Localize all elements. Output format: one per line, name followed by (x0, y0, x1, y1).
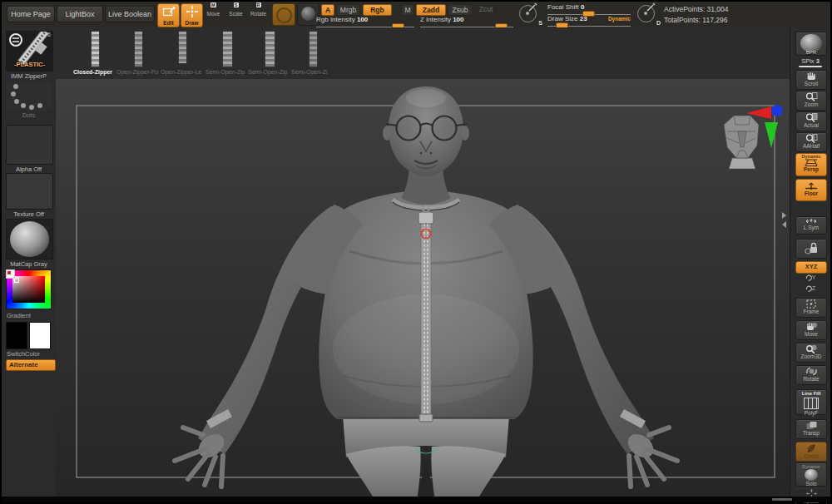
rgb-intensity-value: 100 (357, 16, 368, 23)
zipper-thumb-icon (134, 31, 143, 67)
model-3d[interactable] (175, 86, 677, 497)
current-brush-tile[interactable]: 6 -PLASTIC- IMM ZipperP (6, 31, 52, 80)
stroke-pen-icon (527, 2, 537, 12)
switch-color-swatches (6, 322, 52, 348)
zadd-button[interactable]: Zadd (416, 4, 446, 16)
xyz-rotation-button[interactable]: XYZ (795, 261, 827, 274)
zoom3d-button[interactable]: Zoom3D (795, 343, 827, 363)
document-canvas[interactable]: Closed-Zipper Open-Zipper-Pu Open-Zipper… (56, 27, 790, 497)
persp-button[interactable]: Dynamic Persp (795, 153, 827, 176)
rgb-intensity-slider[interactable]: Rgb Intensity 100 (316, 16, 414, 27)
horizontal-scrollbar-thumb[interactable] (772, 498, 792, 501)
floor-button[interactable]: Floor (795, 179, 827, 201)
transp-button[interactable]: Transp (795, 419, 827, 439)
zoom-button[interactable]: Zoom (795, 91, 827, 111)
brush-pen-icon (646, 2, 656, 12)
left-tray: 6 -PLASTIC- IMM ZipperP Dots Alpha Off T… (2, 27, 57, 497)
z-intensity-slider[interactable]: Z Intensity 100 (420, 16, 513, 27)
zsub-button[interactable]: Zsub (448, 4, 473, 16)
brush-variant-semi-open-3[interactable]: Semi-Open-Zi (291, 29, 334, 77)
brush-variant-open-zipper-pu[interactable]: Open-Zipper-Pu (116, 29, 160, 77)
material-tile[interactable]: MatCap Gray (6, 219, 52, 268)
matcap-sphere-icon (10, 221, 49, 257)
zcut-button[interactable]: Zcut (475, 4, 497, 14)
z-rotation-button[interactable]: Z (802, 285, 819, 294)
stroke-tile[interactable]: Dots (6, 82, 52, 119)
hue-ring[interactable] (6, 269, 52, 309)
top-toolbar: Home Page LightBox Live Boolean Edit Dra… (2, 2, 830, 28)
main-color-swatch[interactable] (6, 322, 27, 349)
scroll-button[interactable]: Scroll (795, 70, 827, 90)
color-picker[interactable] (6, 269, 52, 309)
m-button[interactable]: M (401, 4, 414, 16)
rotate-button[interactable]: R Rotate (249, 4, 268, 25)
gyro-button[interactable] (272, 3, 295, 26)
draw-size-label: Draw Size (547, 15, 577, 22)
zipper-thumb-icon (178, 31, 187, 64)
actual-button[interactable]: Actual (795, 111, 827, 131)
magnifier-icon (805, 92, 818, 101)
edit-button[interactable]: Edit (157, 3, 180, 27)
brush-variant-strip: Closed-Zipper Open-Zipper-Pu Open-Zipper… (56, 27, 790, 79)
material-sphere-icon (301, 7, 315, 21)
spix-slider[interactable]: SPix 3 (794, 57, 827, 68)
viewport-3d[interactable] (56, 79, 790, 497)
active-points-readout: ActivePoints: 31,004 (664, 5, 729, 13)
live-boolean-button[interactable]: Live Boolean (105, 6, 155, 22)
model-left-leg (346, 446, 421, 497)
focal-shift-label: Focal Shift (547, 3, 579, 11)
stroke-selector-button[interactable]: S (518, 3, 542, 26)
aahalf-button[interactable]: AAHalf (795, 132, 827, 152)
secondary-color-swatch[interactable] (29, 322, 51, 349)
move-icon: M (213, 3, 215, 11)
tool-preview-head-icon (724, 116, 759, 169)
brush-variant-semi-open-1[interactable]: Semi-Open-Zip (206, 29, 249, 77)
saturation-value-box[interactable] (12, 276, 45, 303)
polyframe-grid-icon (804, 398, 819, 409)
right-tray-divider-handle[interactable] (782, 212, 787, 230)
magnifier-half-icon (805, 134, 818, 143)
lsym-icon (804, 218, 819, 225)
brush-variant-closed-zipper[interactable]: Closed-Zipper (73, 29, 116, 77)
move-3d-button[interactable]: Move (795, 320, 827, 340)
brush-selector-button[interactable]: D (636, 3, 661, 26)
rgb-button[interactable]: Rgb (363, 4, 392, 16)
bottom-bar (2, 497, 830, 502)
persp-grid-icon (805, 159, 818, 166)
focal-shift-slider[interactable]: Focal Shift 0 (547, 3, 631, 14)
lightbox-button[interactable]: LightBox (57, 6, 103, 22)
frame-button[interactable]: Frame (795, 298, 827, 318)
ghost-button[interactable]: Ghost (795, 442, 827, 462)
draw-icon (181, 6, 202, 17)
rotate-icon: R (258, 3, 260, 11)
draw-size-slider[interactable]: Draw Size 23 Dynamic (547, 15, 631, 26)
draw-button[interactable]: Draw (181, 3, 203, 27)
polyframe-button[interactable]: Line Fill PolyF (795, 389, 827, 415)
texture-tile[interactable]: Texture Off (6, 173, 52, 218)
alternate-button[interactable]: Alternate (6, 359, 56, 371)
brush-tile-label: IMM ZipperP (6, 72, 52, 80)
scale-button[interactable]: S Scale (226, 4, 245, 25)
y-rotation-button[interactable]: Y (802, 274, 819, 284)
mrgb-button[interactable]: Mrgb (336, 4, 360, 16)
z-intensity-value: 100 (453, 16, 463, 23)
a-mode-button[interactable]: A (321, 4, 334, 16)
brush-variant-semi-open-2[interactable]: Semi-Open-Zip (248, 29, 291, 77)
rotate-arc-icon (805, 285, 812, 292)
hand-icon (805, 72, 817, 81)
alpha-tile[interactable]: Alpha Off (6, 125, 52, 173)
rotate-3d-button[interactable]: Rotate (795, 365, 827, 385)
floor-icon (805, 181, 818, 190)
edit-icon (158, 6, 179, 17)
home-page-button[interactable]: Home Page (7, 6, 55, 22)
zoom3d-icon (805, 344, 818, 353)
brush-variant-open-zipper-le[interactable]: Open-Zipper-Le (161, 29, 204, 77)
local-symmetry-button[interactable]: L.Sym (795, 216, 827, 235)
solo-button[interactable]: Dynamic Solo (795, 462, 827, 487)
lock-button[interactable] (795, 239, 827, 259)
texture-tile-label: Texture Off (6, 210, 52, 218)
bpr-button[interactable]: BPR (795, 32, 827, 56)
move-button[interactable]: M Move (204, 4, 223, 25)
switch-color-label[interactable]: SwitchColor (7, 350, 40, 358)
scale-icon: S (235, 3, 237, 11)
